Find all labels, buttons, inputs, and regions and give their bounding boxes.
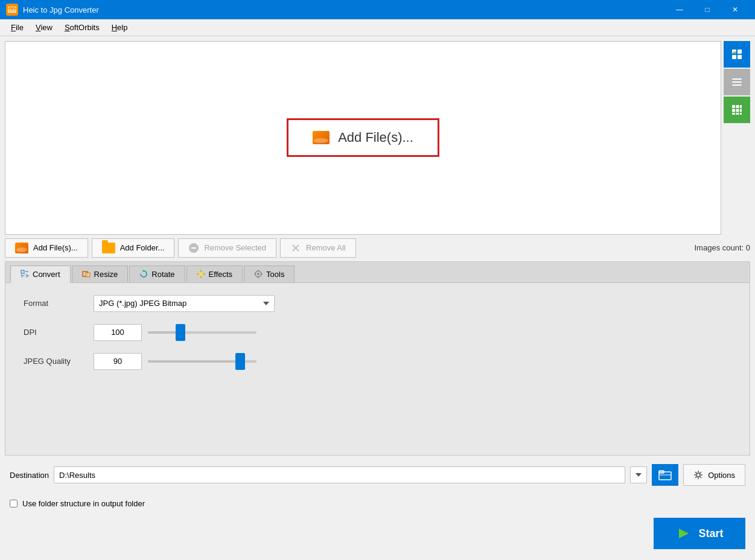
- app-title: Heic to Jpg Converter: [23, 5, 666, 14]
- thumbnail-view-button[interactable]: [724, 41, 750, 68]
- dpi-label: DPI: [24, 328, 84, 337]
- dpi-row: DPI: [24, 324, 731, 341]
- toolbar: Add File(s)... Add Folder... Remove Sele…: [5, 238, 750, 258]
- folder-structure-row: Use folder structure in output folder: [10, 499, 745, 508]
- menu-bar: File View SoftOrbits Help: [0, 19, 755, 36]
- tools-icon: [254, 270, 263, 278]
- destination-label: Destination: [10, 471, 49, 480]
- format-control: JPG (*.jpg) JPEG Bitmap PNG (*.png) PNG …: [94, 295, 275, 312]
- svg-line-46: [700, 477, 702, 479]
- folder-structure-label: Use folder structure in output folder: [22, 499, 145, 508]
- svg-line-48: [695, 477, 697, 479]
- menu-help[interactable]: Help: [106, 21, 134, 34]
- thumbnail-view-icon: [731, 48, 743, 60]
- resize-icon: [82, 270, 91, 278]
- bottom-actions: Use folder structure in output folder: [5, 494, 750, 513]
- remove-all-label: Remove All: [306, 243, 346, 252]
- remove-selected-button[interactable]: Remove Selected: [178, 238, 276, 258]
- svg-rect-17: [736, 113, 739, 115]
- images-count: Images count: 0: [695, 243, 751, 252]
- add-folder-label: Add Folder...: [120, 243, 165, 252]
- settings-panel: Convert Resize Rotate: [5, 261, 750, 456]
- svg-rect-4: [737, 49, 742, 54]
- main-content: Add File(s)...: [0, 36, 755, 518]
- view-buttons: [724, 41, 750, 235]
- tab-rotate[interactable]: Rotate: [129, 266, 185, 282]
- start-button[interactable]: Start: [654, 518, 745, 549]
- destination-dropdown-button[interactable]: [630, 466, 647, 483]
- add-files-icon: [15, 243, 28, 253]
- file-list: Add File(s)...: [5, 41, 721, 235]
- maximize-button[interactable]: □: [693, 0, 721, 19]
- svg-rect-18: [740, 113, 742, 115]
- svg-rect-13: [732, 109, 735, 112]
- close-button[interactable]: ✕: [721, 0, 749, 19]
- folder-icon: [102, 243, 115, 253]
- jpeg-quality-control: [94, 353, 256, 370]
- effects-icon: [197, 270, 205, 278]
- convert-icon: [21, 270, 29, 278]
- browse-button[interactable]: [652, 464, 678, 486]
- add-files-large-button[interactable]: Add File(s)...: [287, 118, 439, 157]
- svg-rect-21: [21, 270, 24, 273]
- svg-rect-10: [732, 105, 735, 108]
- svg-point-32: [257, 273, 260, 275]
- tab-resize-label: Resize: [94, 270, 118, 279]
- format-label: Format: [24, 299, 84, 308]
- add-folder-button[interactable]: Add Folder...: [92, 238, 175, 258]
- chevron-down-icon: [636, 473, 642, 477]
- file-list-area: Add File(s)...: [5, 41, 750, 235]
- list-view-button[interactable]: [724, 69, 750, 95]
- minimize-button[interactable]: —: [666, 0, 693, 19]
- jpeg-quality-slider-thumb[interactable]: [235, 353, 245, 370]
- tab-convert-label: Convert: [33, 270, 60, 279]
- svg-point-30: [199, 272, 203, 276]
- remove-all-icon: [290, 243, 301, 253]
- svg-rect-7: [732, 78, 742, 80]
- folder-structure-checkbox[interactable]: [10, 500, 18, 508]
- add-files-button[interactable]: Add File(s)...: [5, 238, 88, 258]
- browse-icon: [658, 469, 672, 481]
- menu-file[interactable]: File: [5, 21, 30, 34]
- start-label: Start: [698, 527, 723, 540]
- remove-all-button[interactable]: Remove All: [280, 238, 356, 258]
- svg-point-40: [696, 473, 700, 477]
- grid-view-icon: [731, 104, 743, 116]
- svg-rect-9: [732, 84, 742, 86]
- svg-rect-14: [736, 109, 739, 112]
- grid-view-button[interactable]: [724, 97, 750, 123]
- svg-rect-12: [740, 105, 742, 108]
- tabs: Convert Resize Rotate: [5, 262, 750, 283]
- svg-rect-11: [736, 105, 739, 108]
- dpi-slider-track: [148, 331, 256, 334]
- tab-effects[interactable]: Effects: [186, 266, 243, 282]
- tab-tools[interactable]: Tools: [244, 266, 295, 282]
- menu-view[interactable]: View: [30, 21, 59, 34]
- menu-softorbits[interactable]: SoftOrbits: [59, 21, 106, 34]
- list-view-icon: [731, 76, 743, 88]
- jpeg-quality-label: JPEG Quality: [24, 357, 84, 366]
- rotate-icon: [139, 270, 148, 278]
- format-row: Format JPG (*.jpg) JPEG Bitmap PNG (*.pn…: [24, 295, 731, 312]
- tab-resize[interactable]: Resize: [72, 266, 129, 282]
- dpi-input[interactable]: [94, 324, 142, 341]
- dpi-control: [94, 324, 256, 341]
- remove-selected-label: Remove Selected: [204, 243, 266, 252]
- tab-convert[interactable]: Convert: [10, 266, 71, 283]
- options-button[interactable]: Options: [683, 464, 745, 486]
- svg-rect-25: [86, 273, 90, 277]
- app-icon: [6, 4, 18, 16]
- jpeg-quality-slider-track: [148, 360, 256, 363]
- svg-rect-8: [732, 81, 742, 83]
- svg-rect-6: [737, 55, 742, 59]
- format-select[interactable]: JPG (*.jpg) JPEG Bitmap PNG (*.png) PNG …: [94, 295, 275, 312]
- start-icon: [675, 525, 692, 542]
- remove-selected-icon: [188, 243, 199, 253]
- dpi-slider-thumb[interactable]: [176, 324, 185, 341]
- jpeg-quality-input[interactable]: [94, 353, 142, 370]
- jpeg-quality-row: JPEG Quality: [24, 353, 731, 370]
- destination-input[interactable]: [54, 466, 625, 483]
- svg-point-2: [10, 8, 11, 10]
- svg-line-45: [695, 472, 697, 474]
- svg-rect-5: [732, 55, 736, 59]
